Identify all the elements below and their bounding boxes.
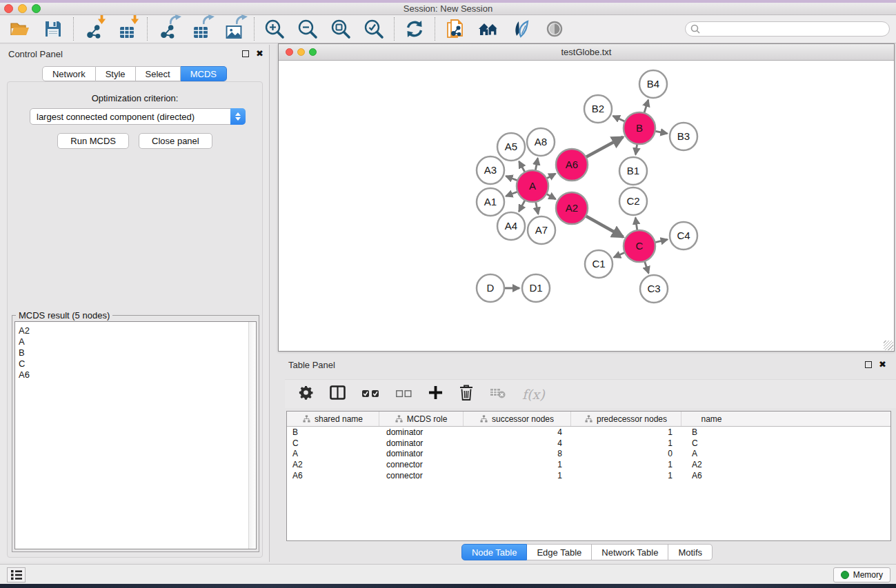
run-mcds-button[interactable]: Run MCDS bbox=[57, 133, 129, 149]
app-titlebar[interactable]: Session: New Session bbox=[0, 3, 896, 15]
function-builder-icon: f(x) bbox=[522, 387, 545, 402]
import-table-icon[interactable] bbox=[116, 17, 138, 41]
list-item[interactable]: C bbox=[19, 358, 256, 369]
zoom-in-icon[interactable] bbox=[263, 17, 286, 41]
zoom-out-icon[interactable] bbox=[297, 17, 319, 41]
table-row[interactable]: A6connector11A6 bbox=[287, 470, 890, 481]
list-icon bbox=[10, 569, 23, 580]
list-scrollbar[interactable] bbox=[248, 322, 256, 549]
mcds-result-title: MCDS result (5 nodes) bbox=[16, 310, 112, 321]
import-network-icon[interactable] bbox=[83, 17, 105, 41]
memory-status-icon bbox=[841, 571, 849, 579]
mcds-tab-content: Optimization criterion: largest connecte… bbox=[7, 81, 263, 558]
float-panel-icon[interactable] bbox=[865, 361, 872, 368]
memory-label: Memory bbox=[853, 570, 883, 580]
list-item[interactable]: B bbox=[19, 347, 256, 358]
list-item[interactable]: A2 bbox=[19, 325, 256, 336]
graph-node-label-A6: A6 bbox=[566, 159, 578, 170]
tab-style[interactable]: Style bbox=[96, 66, 136, 81]
graph-node-label-B1: B1 bbox=[627, 165, 639, 176]
optimization-criterion-select[interactable]: largest connected component (directed) bbox=[30, 108, 246, 125]
graph-node-label-B2: B2 bbox=[592, 103, 604, 114]
graph-node-label-A4: A4 bbox=[505, 220, 517, 232]
close-panel-icon[interactable]: ✖ bbox=[256, 50, 263, 57]
column-header-shared-name[interactable]: shared name bbox=[287, 412, 379, 426]
tab-network[interactable]: Network bbox=[42, 66, 96, 81]
optimization-criterion-value: largest connected component (directed) bbox=[30, 112, 230, 122]
table-row[interactable]: Bdominator41B bbox=[287, 427, 890, 438]
deselect-all-checks-icon[interactable] bbox=[396, 388, 412, 401]
table-panel: Table Panel ✖ bbox=[278, 356, 896, 562]
column-header-mcds-role[interactable]: MCDS role bbox=[379, 412, 464, 426]
network-canvas[interactable]: B4B2BB3A8A5A6A3B1AC2A1A2A4A7C4CC1C3DD1 bbox=[279, 61, 893, 351]
node-table: shared name MCDS role successor nodes pr… bbox=[286, 411, 891, 541]
help-pen-icon[interactable] bbox=[510, 17, 532, 41]
dropdown-stepper-icon[interactable] bbox=[230, 108, 246, 125]
list-item[interactable]: A bbox=[19, 336, 256, 347]
table-row[interactable]: A2connector11A2 bbox=[287, 459, 890, 470]
refresh-icon[interactable] bbox=[404, 17, 426, 41]
tab-motifs[interactable]: Motifs bbox=[668, 544, 713, 560]
column-header-predecessor-nodes[interactable]: predecessor nodes bbox=[571, 412, 681, 426]
graph-node-label-A: A bbox=[529, 180, 536, 192]
graph-node-label-C1: C1 bbox=[592, 258, 605, 270]
task-history-button[interactable] bbox=[7, 567, 26, 582]
memory-button[interactable]: Memory bbox=[833, 567, 890, 582]
select-all-checks-icon[interactable] bbox=[362, 388, 379, 401]
table-row[interactable]: Cdominator41C bbox=[287, 438, 890, 449]
table-panel-title: Table Panel bbox=[288, 360, 335, 370]
network-window-title: testGlobe.txt bbox=[279, 47, 894, 57]
graph-node-label-A2: A2 bbox=[566, 202, 578, 214]
tab-edge-table[interactable]: Edge Table bbox=[527, 544, 592, 560]
add-row-icon[interactable] bbox=[428, 385, 443, 403]
network-graph: B4B2BB3A8A5A6A3B1AC2A1A2A4A7C4CC1C3DD1 bbox=[279, 61, 893, 351]
clone-network-icon[interactable] bbox=[444, 17, 466, 41]
cytoscape-main-window: Session: New Session bbox=[0, 3, 896, 584]
column-type-icon bbox=[585, 415, 593, 423]
column-type-icon bbox=[480, 415, 488, 423]
graph-node-label-C2: C2 bbox=[626, 195, 639, 207]
graph-node-label-B4: B4 bbox=[647, 78, 659, 90]
main-toolbar bbox=[0, 15, 896, 43]
show-columns-icon[interactable] bbox=[330, 385, 346, 403]
table-header-row: shared name MCDS role successor nodes pr… bbox=[287, 412, 890, 427]
search-icon bbox=[690, 24, 700, 34]
open-session-icon[interactable] bbox=[9, 17, 31, 41]
search-field[interactable] bbox=[685, 21, 890, 37]
column-header-successor-nodes[interactable]: successor nodes bbox=[464, 412, 571, 426]
graph-node-label-C3: C3 bbox=[647, 283, 660, 294]
network-window-titlebar[interactable]: testGlobe.txt bbox=[279, 44, 894, 61]
home-icon[interactable] bbox=[477, 17, 499, 41]
column-type-icon bbox=[303, 415, 310, 423]
search-input[interactable] bbox=[703, 24, 889, 34]
graph-node-label-C4: C4 bbox=[677, 230, 690, 241]
delete-table-icon bbox=[490, 387, 506, 401]
table-options-gear-icon[interactable] bbox=[299, 385, 313, 403]
close-panel-icon[interactable]: ✖ bbox=[879, 361, 886, 368]
close-panel-button[interactable]: Close panel bbox=[139, 133, 212, 149]
column-header-name[interactable]: name bbox=[681, 412, 741, 426]
delete-rows-icon[interactable] bbox=[459, 385, 473, 403]
desktop-wallpaper-strip bbox=[0, 584, 896, 588]
tab-node-table[interactable]: Node Table bbox=[461, 544, 528, 560]
show-hide-icon[interactable] bbox=[544, 17, 566, 41]
resize-grip-icon[interactable] bbox=[884, 341, 893, 350]
network-view-window[interactable]: testGlobe.txt B4B2BB3A8A5A6A3B1AC2A1A2A4… bbox=[278, 43, 895, 352]
graph-node-label-D: D bbox=[487, 282, 495, 294]
mcds-result-list[interactable]: A2 A B C A6 bbox=[14, 321, 257, 549]
list-item[interactable]: A6 bbox=[19, 369, 256, 381]
export-network-icon[interactable] bbox=[157, 17, 179, 41]
export-table-icon[interactable] bbox=[190, 17, 212, 41]
graph-node-label-C: C bbox=[636, 240, 644, 252]
tab-network-table[interactable]: Network Table bbox=[592, 544, 668, 560]
table-panel-tabs: Node Table Edge Table Network Table Moti… bbox=[278, 544, 896, 560]
float-panel-icon[interactable] bbox=[242, 50, 249, 57]
tab-mcds[interactable]: MCDS bbox=[181, 66, 227, 81]
zoom-fit-icon[interactable] bbox=[330, 17, 352, 41]
save-session-icon[interactable] bbox=[42, 17, 64, 41]
tab-select[interactable]: Select bbox=[136, 66, 181, 81]
export-image-icon[interactable] bbox=[223, 17, 245, 41]
table-row[interactable]: Adominator80A bbox=[287, 448, 890, 459]
zoom-selected-icon[interactable] bbox=[363, 17, 385, 41]
control-panel-tabs: Network Style Select MCDS bbox=[0, 66, 269, 81]
